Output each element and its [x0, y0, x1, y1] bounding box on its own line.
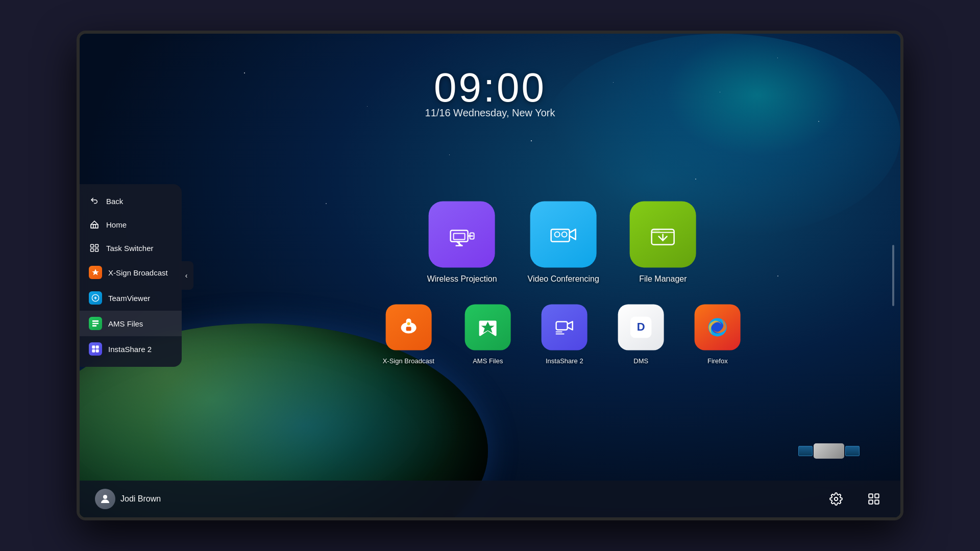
firefox-bottom-label: Firefox	[707, 358, 728, 365]
wireless-projection-label: Wireless Projection	[427, 275, 497, 284]
svg-rect-2	[95, 244, 99, 247]
satellite-decoration	[798, 436, 860, 466]
top-app-row: Wireless Projection Video Conferencing	[427, 202, 696, 284]
sidebar-xsign-label: X-Sign Broadcast	[108, 268, 168, 277]
sidebar-task-label: Task Switcher	[106, 244, 154, 253]
date: 11/16 Wednesday, New York	[425, 107, 555, 119]
xsign-sidebar-icon	[89, 266, 102, 279]
svg-point-33	[835, 497, 838, 501]
instashare-sidebar-icon	[89, 342, 102, 356]
sidebar-home-label: Home	[106, 220, 127, 229]
teamviewer-sidebar-icon	[89, 291, 102, 305]
time-display: 09:00 11/16 Wednesday, New York	[425, 64, 555, 119]
dms-bottom-label: DMS	[633, 358, 648, 365]
svg-rect-25	[556, 322, 568, 330]
dms-bottom-icon: D	[618, 305, 664, 350]
sidebar-item-ams[interactable]: AMS Files	[80, 311, 182, 336]
sidebar-teamviewer-label: TeamViewer	[108, 294, 150, 303]
file-manager-label: File Manager	[639, 275, 687, 284]
clock: 09:00	[425, 64, 555, 111]
svg-rect-11	[454, 234, 465, 240]
app-wireless-projection[interactable]: Wireless Projection	[427, 202, 497, 284]
user-info[interactable]: Jodi Brown	[95, 489, 161, 509]
sidebar-item-back[interactable]: Back	[80, 189, 182, 213]
firefox-bottom-icon	[695, 305, 741, 350]
svg-rect-6	[92, 345, 95, 348]
ams-bottom-label: AMS Files	[473, 358, 503, 365]
sidebar-item-instashare[interactable]: InstaShare 2	[80, 336, 182, 362]
svg-rect-8	[92, 349, 95, 353]
svg-rect-7	[96, 345, 99, 348]
wireless-projection-icon	[429, 202, 495, 268]
svg-rect-35	[875, 494, 879, 498]
sidebar-toggle[interactable]: ‹	[179, 261, 193, 290]
svg-rect-23	[406, 327, 411, 331]
svg-point-32	[103, 495, 107, 499]
svg-rect-4	[95, 249, 99, 252]
instashare-bottom-icon	[542, 305, 587, 350]
app-firefox-bottom[interactable]: Firefox	[695, 305, 741, 365]
task-switcher-icon	[89, 242, 100, 254]
main-app-grid: Wireless Projection Video Conferencing	[383, 202, 741, 365]
instashare-bottom-label: InstaShare 2	[546, 358, 583, 365]
sidebar-item-task-switcher[interactable]: Task Switcher	[80, 236, 182, 260]
tv-frame: 09:00 11/16 Wednesday, New York Back	[77, 31, 903, 520]
file-manager-icon	[630, 202, 696, 268]
ams-bottom-icon	[465, 305, 511, 350]
sidebar-item-xsign[interactable]: X-Sign Broadcast	[80, 260, 182, 285]
svg-rect-36	[869, 500, 873, 504]
app-file-manager[interactable]: File Manager	[630, 202, 696, 284]
app-video-conferencing[interactable]: Video Conferencing	[528, 202, 599, 284]
svg-rect-0	[91, 224, 98, 228]
bottom-controls	[825, 488, 885, 510]
sidebar-instashare-label: InstaShare 2	[108, 345, 152, 354]
video-conferencing-icon	[530, 202, 597, 268]
sidebar-ams-label: AMS Files	[108, 319, 143, 328]
video-conferencing-label: Video Conferencing	[528, 275, 599, 284]
svg-rect-37	[875, 500, 879, 504]
svg-point-20	[562, 232, 567, 237]
app-ams-bottom[interactable]: AMS Files	[465, 305, 511, 365]
user-avatar	[95, 489, 115, 509]
back-icon	[89, 195, 100, 207]
app-instashare-bottom[interactable]: InstaShare 2	[542, 305, 587, 365]
xsign-bottom-icon	[385, 305, 431, 350]
user-name: Jodi Brown	[120, 494, 161, 504]
svg-rect-9	[96, 349, 99, 353]
svg-point-19	[555, 232, 560, 237]
sidebar-item-home[interactable]: Home	[80, 213, 182, 236]
scroll-indicator	[892, 245, 894, 306]
settings-button[interactable]	[825, 488, 847, 510]
ams-sidebar-icon	[89, 317, 102, 330]
screen: 09:00 11/16 Wednesday, New York Back	[80, 34, 900, 517]
svg-rect-34	[869, 494, 873, 498]
sidebar-item-teamviewer[interactable]: TeamViewer	[80, 285, 182, 311]
app-xsign-bottom[interactable]: X-Sign Broadcast	[383, 305, 434, 365]
sidebar-toggle-icon: ‹	[185, 271, 188, 280]
svg-rect-1	[91, 244, 94, 247]
bottom-bar: Jodi Brown	[80, 481, 900, 517]
sidebar: Back Home	[80, 184, 182, 367]
bottom-app-row: X-Sign Broadcast AMS Files	[383, 305, 741, 365]
svg-rect-3	[91, 249, 94, 252]
svg-text:D: D	[637, 321, 645, 334]
xsign-bottom-label: X-Sign Broadcast	[383, 358, 434, 365]
app-dms-bottom[interactable]: D DMS	[618, 305, 664, 365]
home-icon	[89, 219, 100, 230]
sidebar-back-label: Back	[106, 197, 123, 206]
svg-point-24	[407, 322, 410, 325]
apps-grid-button[interactable]	[863, 488, 885, 510]
